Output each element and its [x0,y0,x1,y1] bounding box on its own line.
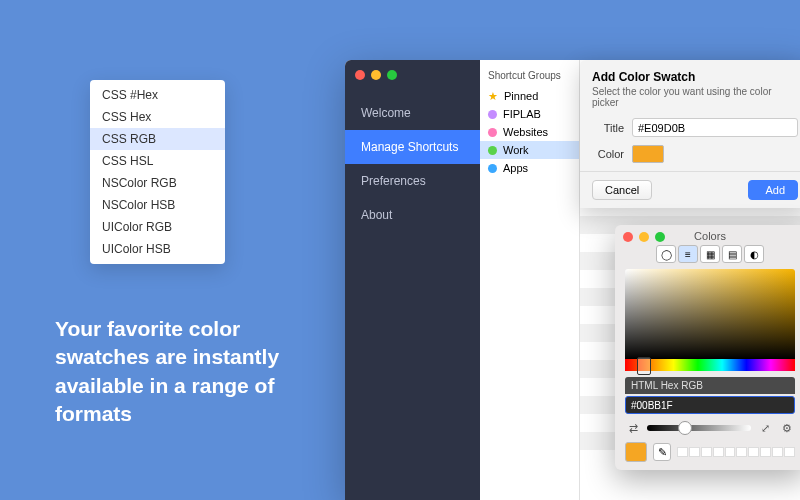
dot-icon [488,110,497,119]
crayons-tab-icon[interactable]: ◐ [744,245,764,263]
groups-header: Shortcut Groups [480,66,579,87]
swatch-color-well[interactable] [632,145,664,163]
hue-slider[interactable] [625,359,795,371]
picker-mode-tabs: ◯ ≡ ▦ ▤ ◐ [615,245,800,269]
sidebar-item-preferences[interactable]: Preferences [345,164,480,198]
format-option[interactable]: CSS Hex [90,106,225,128]
current-color-swatch[interactable] [625,442,647,462]
color-label: Color [592,148,624,160]
group-label: Apps [503,162,528,174]
group-websites[interactable]: Websites [480,123,579,141]
swatch-title-input[interactable] [632,118,798,137]
title-label: Title [592,122,624,134]
hex-input[interactable] [625,396,795,414]
format-option[interactable]: CSS #Hex [90,84,225,106]
cancel-button[interactable]: Cancel [592,180,652,200]
picker-window-controls [623,232,665,242]
sliders-tab-icon[interactable]: ≡ [678,245,698,263]
brightness-slider[interactable] [647,425,751,431]
add-button[interactable]: Add [748,180,798,200]
dialog-subtitle: Select the color you want using the colo… [592,86,798,108]
expand-icon[interactable]: ⤢ [757,420,773,436]
format-option[interactable]: CSS RGB [90,128,225,150]
swatch-grid[interactable] [677,447,795,457]
sidebar-item-manage-shortcuts[interactable]: Manage Shortcuts [345,130,480,164]
format-option[interactable]: CSS HSL [90,150,225,172]
wheel-tab-icon[interactable]: ◯ [656,245,676,263]
dot-icon [488,128,497,137]
group-pinned[interactable]: ★ Pinned [480,87,579,105]
window-controls [355,70,397,80]
color-mode-select[interactable]: HTML Hex RGB [625,377,795,394]
close-icon[interactable] [623,232,633,242]
group-label: Work [503,144,528,156]
format-option[interactable]: NSColor RGB [90,172,225,194]
spectrum-tab-icon[interactable]: ▤ [722,245,742,263]
marketing-tagline: Your favorite color swatches are instant… [55,315,305,428]
group-label: Pinned [504,90,538,102]
close-icon[interactable] [355,70,365,80]
saturation-brightness-field[interactable] [625,269,795,359]
gear-icon[interactable]: ⚙ [779,420,795,436]
palette-tab-icon[interactable]: ▦ [700,245,720,263]
eyedropper-icon[interactable]: ✎ [653,443,671,461]
group-fiplab[interactable]: FIPLAB [480,105,579,123]
shuffle-icon[interactable]: ⇄ [625,420,641,436]
group-work[interactable]: Work [480,141,579,159]
group-label: Websites [503,126,548,138]
color-picker-panel: Colors ◯ ≡ ▦ ▤ ◐ HTML Hex RGB ⇄ ⤢ ⚙ ✎ [615,225,800,470]
shortcut-groups-panel: Shortcut Groups ★ Pinned FIPLAB Websites… [480,60,580,500]
dot-icon [488,164,497,173]
format-option[interactable]: UIColor HSB [90,238,225,260]
format-option[interactable]: UIColor RGB [90,216,225,238]
minimize-icon[interactable] [371,70,381,80]
sidebar: Welcome Manage Shortcuts Preferences Abo… [345,60,480,500]
sidebar-item-about[interactable]: About [345,198,480,232]
format-option[interactable]: NSColor HSB [90,194,225,216]
zoom-icon[interactable] [387,70,397,80]
format-dropdown[interactable]: CSS #Hex CSS Hex CSS RGB CSS HSL NSColor… [90,80,225,264]
slider-knob[interactable] [678,421,692,435]
dot-icon [488,146,497,155]
sidebar-item-welcome[interactable]: Welcome [345,96,480,130]
zoom-icon[interactable] [655,232,665,242]
group-label: FIPLAB [503,108,541,120]
minimize-icon[interactable] [639,232,649,242]
group-apps[interactable]: Apps [480,159,579,177]
star-icon: ★ [488,91,498,102]
add-swatch-dialog: Add Color Swatch Select the color you wa… [580,60,800,208]
dialog-title: Add Color Swatch [592,70,798,84]
